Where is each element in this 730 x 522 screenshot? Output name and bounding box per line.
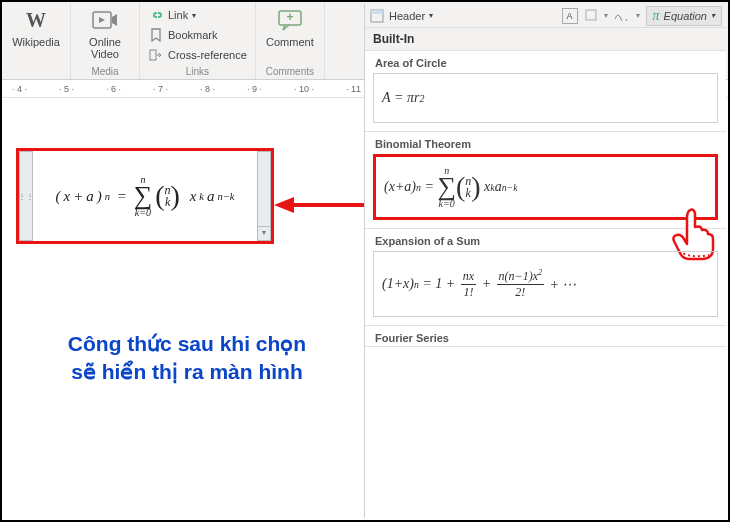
equation-button[interactable]: π Equation ▾: [646, 6, 722, 26]
quick-parts-icon[interactable]: [584, 8, 598, 24]
equation-result-box[interactable]: ⋮⋮ (x+a)n = n∑k=0 (nk) xkan−k ▾: [16, 148, 274, 244]
equation-button-label: Equation: [664, 10, 707, 22]
document-area[interactable]: ⋮⋮ (x+a)n = n∑k=0 (nk) xkan−k ▾ Công thứ…: [4, 98, 360, 518]
text-box-icon[interactable]: A: [562, 8, 578, 24]
caption-line1: Công thức sau khi chọn: [22, 330, 352, 358]
svg-rect-8: [586, 10, 596, 20]
gallery-equation: A = πr2: [373, 73, 718, 123]
media-group-caption: Media: [77, 65, 133, 79]
annotation-caption: Công thức sau khi chọn sẽ hiển thị ra mà…: [22, 330, 352, 386]
wikipedia-caption: [8, 65, 64, 79]
wikipedia-icon: W: [22, 6, 50, 34]
gallery-equation: (1+x)n = 1 + nx1! + n(n−1)x22! + ⋯: [373, 251, 718, 317]
gallery-item-fourier[interactable]: Fourier Series: [365, 326, 726, 347]
links-group-caption: Links: [146, 65, 249, 79]
built-in-header: Built-In: [365, 28, 726, 51]
chevron-down-icon: ▾: [711, 11, 715, 20]
comments-group-caption: Comments: [262, 65, 318, 79]
equation-binomial-doc: (x+a)n = n∑k=0 (nk) xkan−k: [33, 151, 257, 241]
gallery-item-expansion[interactable]: Expansion of a Sum (1+x)n = 1 + nx1! + n…: [365, 229, 726, 326]
header-label: Header: [389, 10, 425, 22]
gallery-toolbar: Header ▾ A ▾ ▾ π Equation ▾: [365, 4, 726, 28]
wikipedia-label: Wikipedia: [12, 36, 60, 48]
gallery-label: Area of Circle: [365, 51, 726, 71]
bookmark-label: Bookmark: [168, 29, 218, 41]
link-button[interactable]: Link ▾: [146, 6, 249, 24]
pi-icon: π: [653, 8, 660, 24]
video-icon: [91, 6, 119, 34]
gallery-label: Binomial Theorem: [365, 132, 726, 152]
equation-dropdown-icon[interactable]: ▾: [258, 226, 270, 240]
online-video-label: Online Video: [89, 36, 121, 60]
cross-reference-label: Cross-reference: [168, 49, 247, 61]
equation-handle-right[interactable]: ▾: [257, 151, 271, 241]
cross-reference-icon: [148, 47, 164, 63]
gallery-label: Expansion of a Sum: [365, 229, 726, 249]
chevron-down-icon: ▾: [604, 11, 608, 20]
header-icon: [369, 8, 385, 24]
comment-label: Comment: [266, 36, 314, 48]
comment-button[interactable]: + Comment: [262, 4, 318, 48]
link-icon: [148, 7, 164, 23]
online-video-button[interactable]: Online Video: [77, 4, 133, 60]
header-button[interactable]: Header ▾: [369, 8, 433, 24]
svg-rect-1: [150, 50, 156, 60]
svg-rect-7: [371, 10, 383, 14]
equation-gallery: Header ▾ A ▾ ▾ π Equation ▾ Built-In Are…: [364, 4, 726, 518]
chevron-down-icon: ▾: [636, 11, 640, 20]
wikipedia-button[interactable]: W Wikipedia: [8, 4, 64, 48]
bookmark-icon: [148, 27, 164, 43]
bookmark-button[interactable]: Bookmark: [146, 26, 249, 44]
svg-text:+: +: [286, 10, 293, 24]
equation-handle-left[interactable]: ⋮⋮: [19, 151, 33, 241]
gallery-item-area-circle[interactable]: Area of Circle A = πr2: [365, 51, 726, 132]
signature-icon[interactable]: [614, 9, 630, 23]
gallery-equation-highlighted: (x+a)n = n∑k=0 (nk) xkan−k: [373, 154, 718, 220]
comment-icon: +: [276, 6, 304, 34]
cross-reference-button[interactable]: Cross-reference: [146, 46, 249, 64]
caption-line2: sẽ hiển thị ra màn hình: [22, 358, 352, 386]
gallery-item-binomial[interactable]: Binomial Theorem (x+a)n = n∑k=0 (nk) xka…: [365, 132, 726, 229]
chevron-down-icon: ▾: [429, 11, 433, 20]
gallery-label: Fourier Series: [365, 326, 726, 346]
chevron-down-icon: ▾: [192, 11, 196, 20]
link-label: Link: [168, 9, 188, 21]
